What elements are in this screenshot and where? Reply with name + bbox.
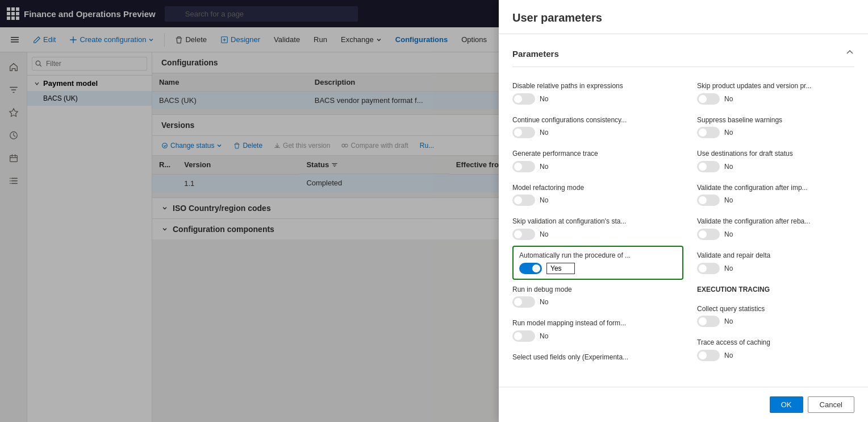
param-label: Generate performance trace — [512, 150, 683, 159]
param-label: Model refactoring mode — [512, 184, 683, 193]
toggle-value-label: No — [540, 95, 548, 103]
collapse-icon — [845, 48, 854, 57]
param-label: Validate the configuration after imp... — [697, 184, 854, 193]
param-label: Trace access of caching — [697, 338, 854, 347]
toggle-slider — [697, 350, 720, 361]
toggle-auto-run[interactable] — [519, 263, 542, 274]
panel-header: User parameters — [499, 0, 868, 34]
param-value: No — [512, 161, 683, 172]
toggle-value-label: No — [540, 196, 548, 204]
toggle-value-label: No — [540, 298, 548, 306]
panel-body: Parameters Disable relative paths in exp… — [499, 34, 868, 387]
param-generate-perf: Generate performance trace No — [512, 144, 683, 178]
toggle-slider — [697, 161, 720, 172]
panel-footer: OK Cancel — [499, 387, 868, 422]
toggle-skip-product[interactable] — [697, 93, 720, 105]
toggle-slider — [697, 229, 720, 240]
param-validate-after-imp: Validate the configuration after imp... … — [697, 178, 854, 212]
param-label: Collect query statistics — [697, 305, 854, 314]
toggle-validate-after-imp[interactable] — [697, 195, 720, 206]
param-label: Validate the configuration after reba... — [697, 217, 854, 226]
toggle-slider — [697, 316, 720, 327]
param-label: Continue configurations consistency... — [512, 116, 683, 125]
param-value: No — [512, 296, 683, 308]
cancel-button[interactable]: Cancel — [808, 396, 854, 413]
param-run-debug: Run in debug mode No — [512, 280, 683, 314]
params-section-title: Parameters — [512, 49, 559, 59]
params-right-col: Skip product updates and version pr... N… — [683, 76, 854, 370]
param-label: Validate and repair delta — [697, 251, 854, 260]
param-value: No — [697, 229, 854, 240]
toggle-value-label: No — [540, 230, 548, 238]
param-value: No — [697, 195, 854, 206]
params-left-col: Disable relative paths in expressions No… — [512, 76, 683, 370]
param-continue-configs: Continue configurations consistency... N… — [512, 110, 683, 144]
toggle-slider — [512, 330, 535, 342]
toggle-collect-query[interactable] — [697, 316, 720, 327]
param-suppress-baseline: Suppress baseline warnings No — [697, 110, 854, 144]
toggle-slider — [697, 127, 720, 138]
toggle-value-label: No — [724, 264, 733, 272]
toggle-validate-repair[interactable] — [697, 263, 720, 274]
toggle-slider — [512, 296, 535, 308]
toggle-value-label: No — [724, 317, 733, 325]
param-model-refactoring: Model refactoring mode No — [512, 178, 683, 212]
toggle-slider — [512, 93, 535, 105]
param-value: No — [512, 229, 683, 240]
toggle-slider — [512, 195, 535, 206]
toggle-disable-relative[interactable] — [512, 93, 535, 105]
toggle-validate-after-reba[interactable] — [697, 229, 720, 240]
param-value: No — [697, 127, 854, 138]
param-value: No — [512, 330, 683, 342]
param-label: Select used fields only (Experimenta... — [512, 353, 683, 362]
toggle-skip-validation[interactable] — [512, 229, 535, 240]
toggle-generate-perf[interactable] — [512, 161, 535, 172]
toggle-value-label: No — [724, 351, 733, 359]
param-value: No — [697, 263, 854, 274]
exec-tracing-header: EXECUTION TRACING — [697, 280, 854, 299]
toggle-value-label: No — [540, 129, 548, 136]
toggle-model-refactoring[interactable] — [512, 195, 535, 206]
toggle-slider — [697, 195, 720, 206]
param-trace-access: Trace access of caching No — [697, 333, 854, 367]
params-grid: Disable relative paths in expressions No… — [512, 76, 854, 370]
exec-tracing-label: EXECUTION TRACING — [697, 286, 854, 293]
toggle-run-debug[interactable] — [512, 296, 535, 308]
toggle-value-label: No — [540, 332, 548, 340]
param-use-destinations: Use destinations for draft status No — [697, 144, 854, 178]
toggle-slider — [512, 229, 535, 240]
toggle-slider — [519, 263, 542, 274]
param-collect-query: Collect query statistics No — [697, 299, 854, 333]
toggle-use-destinations[interactable] — [697, 161, 720, 172]
toggle-slider — [512, 161, 535, 172]
toggle-value-label: No — [724, 196, 733, 204]
toggle-value-label: No — [724, 129, 733, 136]
toggle-trace-access[interactable] — [697, 350, 720, 361]
param-label: Use destinations for draft status — [697, 150, 854, 159]
param-validate-after-reba: Validate the configuration after reba...… — [697, 212, 854, 246]
params-collapse-button[interactable] — [845, 48, 854, 60]
param-validate-repair: Validate and repair delta No — [697, 246, 854, 280]
param-value: No — [512, 93, 683, 105]
user-parameters-panel: User parameters Parameters Disable relat… — [499, 0, 868, 422]
toggle-suppress-baseline[interactable] — [697, 127, 720, 138]
param-value: No — [697, 350, 854, 361]
toggle-value-label: No — [540, 163, 548, 171]
toggle-continue-configs[interactable] — [512, 127, 535, 138]
toggle-slider — [697, 263, 720, 274]
param-label: Skip product updates and version pr... — [697, 82, 854, 91]
param-value: No — [512, 195, 683, 206]
auto-run-value-input[interactable] — [546, 263, 575, 274]
param-label: Automatically run the procedure of ... — [519, 251, 677, 260]
param-disable-relative: Disable relative paths in expressions No — [512, 76, 683, 110]
toggle-slider — [512, 127, 535, 138]
ok-button[interactable]: OK — [770, 396, 803, 413]
panel-title: User parameters — [512, 11, 602, 24]
param-value: No — [697, 316, 854, 327]
param-auto-run: Automatically run the procedure of ... — [512, 246, 683, 280]
toggle-value-label: No — [724, 163, 733, 171]
param-run-model-mapping: Run model mapping instead of form... No — [512, 313, 683, 347]
toggle-run-model-mapping[interactable] — [512, 330, 535, 342]
toggle-value-label: No — [724, 95, 733, 103]
param-value: No — [697, 161, 854, 172]
